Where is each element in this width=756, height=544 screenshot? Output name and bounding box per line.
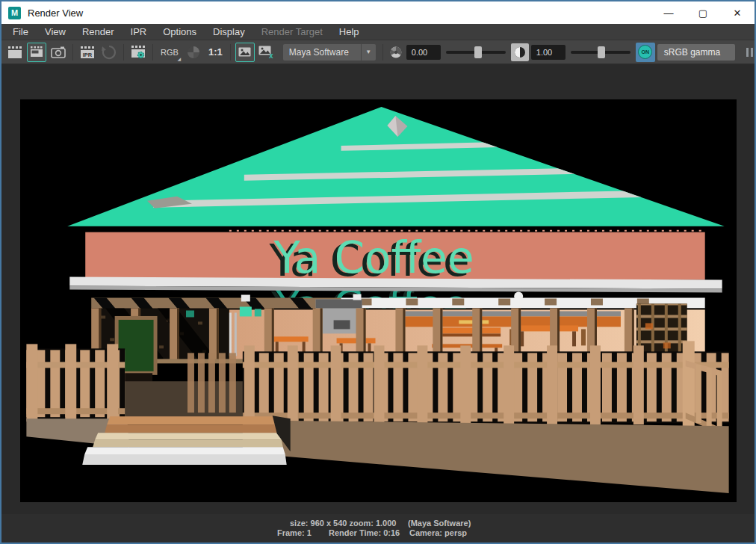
status-size-zoom: size: 960 x 540 zoom: 1.000 [290, 519, 396, 528]
toolbar-separator [123, 44, 124, 61]
menu-render-target: Render Target [253, 24, 331, 40]
svg-text:Ya Coffee: Ya Coffee [273, 232, 474, 283]
toolbar: IPR RGB ◢ [1, 40, 755, 64]
exposure-slider-handle[interactable] [474, 46, 482, 58]
status-camera: Camera: persp [409, 528, 467, 537]
toolbar-separator [230, 44, 231, 61]
redo-render-icon [31, 46, 43, 58]
ipr-refresh-icon [102, 45, 117, 60]
pause-bar-icon [746, 48, 749, 57]
close-button[interactable]: ✕ [720, 1, 755, 24]
remove-image-icon: x [258, 46, 274, 58]
exposure-slider[interactable] [446, 45, 506, 60]
color-management-on-icon: ON [638, 45, 652, 59]
pause-bar-icon [751, 48, 753, 57]
menu-help[interactable]: Help [331, 24, 368, 40]
entrance-steps [82, 415, 290, 465]
shop-sign: Ya Coffee Ya Coffee [268, 232, 474, 286]
remove-image-button[interactable]: x [257, 43, 276, 62]
rendered-image[interactable]: Ya Coffee Ya Coffee Ya Coffee Ya Coffee [20, 99, 737, 502]
render-current-frame-button[interactable] [5, 43, 25, 62]
display-exposure-icon-button[interactable] [388, 43, 404, 62]
maximize-button[interactable]: ▢ [686, 1, 720, 24]
ipr-render-button[interactable]: IPR [78, 43, 97, 62]
color-management-toggle[interactable]: ON [636, 43, 655, 62]
view-transform-dropdown[interactable]: sRGB gamma [657, 44, 735, 61]
menu-render[interactable]: Render [74, 24, 123, 40]
menu-view[interactable]: View [37, 24, 74, 40]
contrast-slider-handle[interactable] [598, 46, 605, 58]
render-settings-button[interactable] [128, 43, 148, 62]
menu-ipr[interactable]: IPR [123, 24, 155, 40]
fence-left [26, 344, 125, 421]
status-render-time: Render Time: 0:16 [329, 528, 400, 537]
contrast-icon [514, 46, 526, 58]
toolbar-separator [382, 44, 383, 61]
channel-display-button[interactable]: RGB ◢ [158, 43, 182, 62]
status-renderer: (Maya Software) [408, 519, 471, 528]
ipr-render-icon: IPR [80, 46, 95, 59]
menu-bar: File View Render IPR Options Display Ren… [1, 24, 755, 40]
redo-previous-render-button[interactable] [27, 43, 46, 62]
render-viewport: Ya Coffee Ya Coffee Ya Coffee Ya Coffee [1, 64, 755, 514]
window-controls: — ▢ ✕ [651, 1, 755, 24]
maya-logo-icon: M [8, 7, 21, 19]
title-bar: M Render View — ▢ ✕ [1, 1, 755, 24]
svg-text:x: x [269, 52, 273, 59]
dropdown-arrow-icon: ▼ [361, 44, 376, 61]
rgb-caret-icon: ◢ [177, 56, 181, 61]
contrast-value-field[interactable]: 1.00 [531, 45, 566, 60]
zoom-one-to-one-button[interactable]: 1:1 [205, 46, 226, 58]
exposure-value-field[interactable]: 0.00 [406, 45, 441, 60]
exposure-aperture-icon [389, 46, 403, 59]
svg-text:IPR: IPR [83, 51, 93, 58]
render-view-window: M Render View — ▢ ✕ File View Render IPR… [0, 0, 756, 544]
display-contrast-icon-button[interactable] [511, 43, 529, 61]
ipr-pause-button[interactable] [746, 48, 753, 57]
color-wheel-button-disabled [184, 43, 203, 62]
renderer-selected-value: Maya Software [283, 47, 361, 58]
menu-display[interactable]: Display [205, 24, 253, 40]
coffee-shop-render: Ya Coffee Ya Coffee Ya Coffee Ya Coffee [20, 99, 737, 502]
menu-file[interactable]: File [4, 24, 37, 40]
toolbar-separator [152, 44, 153, 61]
status-bar: size: 960 x 540 zoom: 1.000 (Maya Softwa… [1, 514, 755, 543]
color-wheel-icon [187, 46, 200, 59]
snapshot-button[interactable] [49, 43, 68, 62]
render-frame-icon [7, 46, 22, 59]
menu-options[interactable]: Options [155, 24, 205, 40]
toolbar-separator [72, 44, 73, 61]
keep-image-icon [238, 47, 251, 57]
contrast-slider[interactable] [571, 45, 630, 60]
window-title: Render View [28, 7, 83, 19]
keep-image-button[interactable] [235, 43, 255, 62]
ipr-refresh-button-disabled [99, 43, 119, 62]
render-settings-icon [131, 45, 146, 60]
renderer-dropdown[interactable]: Maya Software ▼ [283, 44, 376, 61]
minimize-button[interactable]: — [651, 1, 686, 24]
status-frame: Frame: 1 [277, 528, 312, 537]
snapshot-camera-icon [51, 46, 66, 58]
